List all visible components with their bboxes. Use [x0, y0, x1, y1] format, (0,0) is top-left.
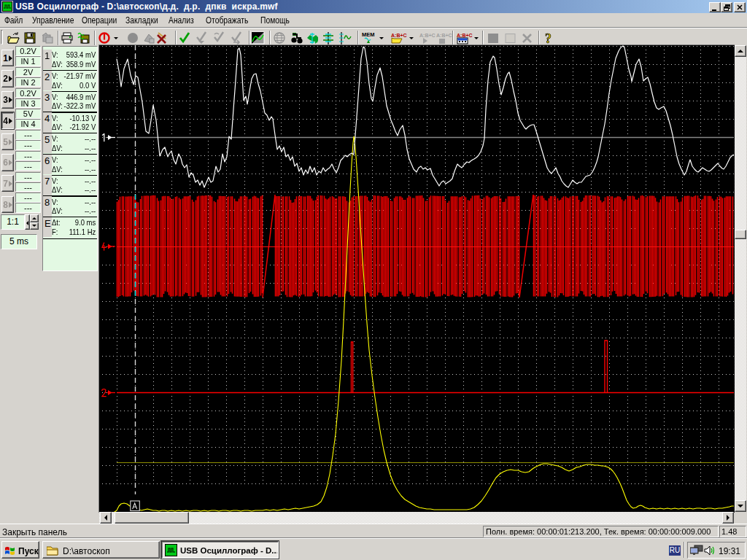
svg-text:?: ? — [545, 31, 551, 46]
svg-text:A:B+C: A:B+C — [436, 33, 452, 38]
svg-text:A:B+C: A:B+C — [419, 33, 436, 38]
svg-text:A:B+C: A:B+C — [457, 33, 473, 38]
svg-text:MEM: MEM — [362, 31, 375, 38]
svg-text:A:B+C: A:B+C — [391, 33, 407, 38]
